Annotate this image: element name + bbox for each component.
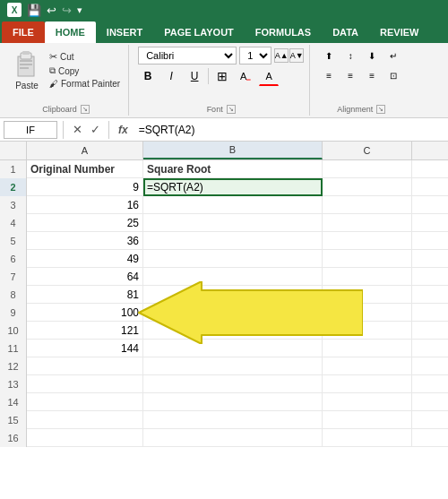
fill-color-button[interactable]: A▁ (236, 66, 255, 86)
cell-c2[interactable] (323, 178, 412, 196)
tab-file[interactable]: FILE (2, 22, 45, 43)
confirm-formula-button[interactable]: ✓ (87, 122, 103, 138)
cell-a6[interactable]: 49 (27, 250, 143, 268)
cut-button[interactable]: ✂ Cut (47, 50, 123, 64)
cell-a12[interactable] (27, 357, 143, 375)
formula-input[interactable] (135, 121, 444, 139)
cell-b8[interactable] (143, 286, 323, 304)
row-num-7: 7 (0, 268, 27, 286)
cell-a13[interactable] (27, 375, 143, 393)
border-button[interactable]: ⊞ (212, 66, 232, 86)
cell-a14[interactable] (27, 393, 143, 411)
row-num-16: 16 (0, 429, 27, 447)
wrap-text-button[interactable]: ↵ (383, 47, 403, 65)
underline-button[interactable]: U (185, 66, 204, 86)
cell-c10[interactable] (323, 322, 412, 340)
tab-formulas[interactable]: FORMULAS (245, 22, 322, 43)
fx-button[interactable]: fx (115, 124, 132, 136)
font-size-selector[interactable]: 11 (239, 47, 271, 65)
cell-b16[interactable] (143, 429, 323, 447)
cell-a2[interactable]: 9 (27, 178, 143, 196)
align-bottom-button[interactable]: ⬇ (362, 47, 382, 65)
cell-c7[interactable] (323, 268, 412, 286)
font-selector[interactable]: Calibri (138, 47, 237, 65)
cell-c16[interactable] (323, 429, 412, 447)
cell-c9[interactable] (323, 304, 412, 322)
cell-b4[interactable] (143, 214, 323, 232)
cell-b12[interactable] (143, 357, 323, 375)
cell-b11[interactable] (143, 340, 323, 357)
cell-c3[interactable] (323, 196, 412, 214)
col-header-a[interactable]: A (27, 142, 143, 159)
copy-button[interactable]: ⧉ Copy (47, 65, 123, 77)
merge-button[interactable]: ⊡ (383, 66, 403, 84)
cell-b5[interactable] (143, 232, 323, 250)
align-right-button[interactable]: ≡ (362, 66, 382, 84)
row-num-11: 11 (0, 340, 27, 357)
tab-home[interactable]: HOME (45, 22, 96, 43)
toolbar-save[interactable]: 💾 (27, 4, 41, 17)
col-header-b[interactable]: B (143, 142, 323, 159)
cell-b1[interactable]: Square Root (143, 160, 323, 178)
align-top-button[interactable]: ⬆ (319, 47, 339, 65)
bold-button[interactable]: B (138, 66, 158, 86)
cell-c11[interactable] (323, 340, 412, 357)
cell-a10[interactable]: 121 (27, 322, 143, 340)
cell-b7[interactable] (143, 268, 323, 286)
col-header-c[interactable]: C (323, 142, 412, 159)
cell-b3[interactable] (143, 196, 323, 214)
cell-b14[interactable] (143, 393, 323, 411)
ribbon-tabs: FILE HOME INSERT PAGE LAYOUT FORMULAS DA… (0, 20, 448, 43)
cell-a15[interactable] (27, 411, 143, 429)
align-middle-button[interactable]: ↕ (340, 47, 360, 65)
toolbar-undo[interactable]: ↩ (47, 4, 56, 17)
cell-a16[interactable] (27, 429, 143, 447)
align-left-button[interactable]: ≡ (319, 66, 339, 84)
tab-insert[interactable]: INSERT (96, 22, 153, 43)
cell-a3[interactable]: 16 (27, 196, 143, 214)
toolbar-redo[interactable]: ↪ (62, 4, 72, 17)
cell-b6[interactable] (143, 250, 323, 268)
toolbar-customize[interactable]: ▾ (77, 4, 82, 16)
cell-a9[interactable]: 100 (27, 304, 143, 322)
cell-c4[interactable] (323, 214, 412, 232)
cell-c15[interactable] (323, 411, 412, 429)
cell-c5[interactable] (323, 232, 412, 250)
increase-font-button[interactable]: A▲ (274, 48, 289, 63)
cell-a5[interactable]: 36 (27, 232, 143, 250)
tab-page-layout[interactable]: PAGE LAYOUT (153, 22, 245, 43)
cell-a1[interactable]: Original Number (27, 160, 143, 178)
cell-c8[interactable] (323, 286, 412, 304)
cell-c14[interactable] (323, 393, 412, 411)
name-box[interactable] (4, 121, 57, 139)
cell-b13[interactable] (143, 375, 323, 393)
paste-button[interactable]: Paste (9, 47, 45, 92)
tab-data[interactable]: DATA (322, 22, 369, 43)
font-row1: Calibri 11 A▲ A▼ (138, 47, 304, 65)
tab-review[interactable]: REVIEW (369, 22, 429, 43)
cancel-formula-button[interactable]: ✕ (69, 122, 85, 138)
cell-c12[interactable] (323, 357, 412, 375)
alignment-expand[interactable]: ↘ (376, 105, 385, 114)
font-color-button[interactable]: A (259, 66, 279, 86)
decrease-font-button[interactable]: A▼ (289, 48, 304, 63)
clipboard-expand[interactable]: ↘ (81, 105, 90, 114)
cell-c1[interactable] (323, 160, 412, 178)
format-painter-button[interactable]: 🖌 Format Painter (47, 78, 123, 90)
cell-a4[interactable]: 25 (27, 214, 143, 232)
font-divider (208, 68, 209, 84)
cell-c6[interactable] (323, 250, 412, 268)
cell-b15[interactable] (143, 411, 323, 429)
row-num-10: 10 (0, 322, 27, 340)
cell-a8[interactable]: 81 (27, 286, 143, 304)
italic-button[interactable]: I (161, 66, 181, 86)
cell-a7[interactable]: 64 (27, 268, 143, 286)
font-expand[interactable]: ↘ (227, 105, 236, 114)
cell-a11[interactable]: 144 (27, 340, 143, 357)
cell-b9[interactable] (143, 304, 323, 322)
table-row: 2 9 =SQRT(A2) (0, 178, 448, 196)
cell-b10[interactable] (143, 322, 323, 340)
cell-c13[interactable] (323, 375, 412, 393)
cell-b2[interactable]: =SQRT(A2) (143, 178, 323, 196)
align-center-button[interactable]: ≡ (340, 66, 360, 84)
